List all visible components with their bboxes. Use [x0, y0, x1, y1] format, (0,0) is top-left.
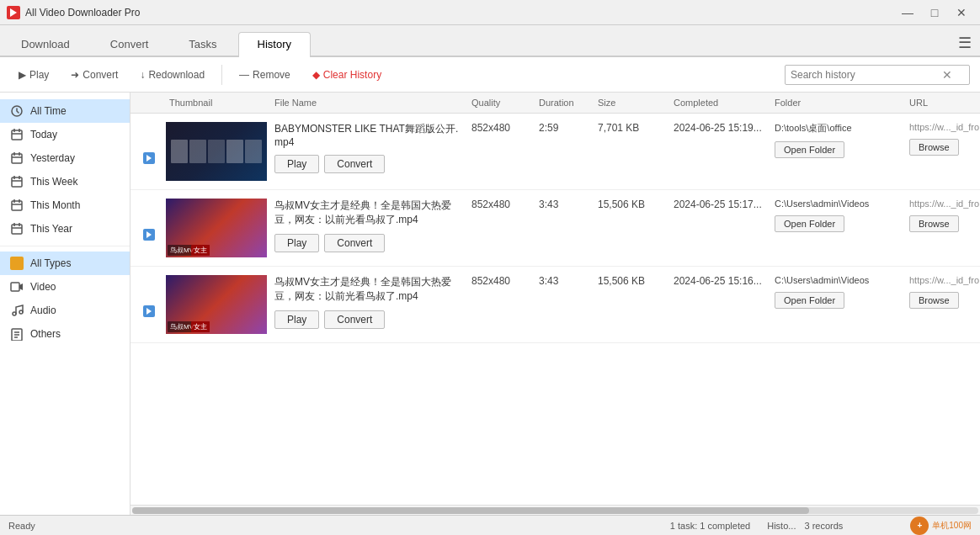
watermark-text: 单机100网	[932, 520, 972, 532]
sidebar-item-yesterday[interactable]: Yesterday	[0, 146, 130, 170]
minimize-button[interactable]: —	[896, 4, 919, 21]
row3-icon	[130, 273, 164, 317]
header-duration: Duration	[534, 98, 593, 108]
status-center: 1 task: 1 completed	[670, 521, 750, 531]
maximize-button[interactable]: □	[923, 4, 946, 21]
records-count: 3 records	[804, 521, 843, 531]
thumb-label2: 女主	[191, 321, 210, 332]
scrollbar-thumb[interactable]	[132, 507, 809, 514]
row1-open-folder-button[interactable]: Open Folder	[775, 141, 844, 158]
svg-rect-14	[12, 201, 22, 210]
tab-convert[interactable]: Convert	[91, 32, 168, 56]
rows-container: BABYMONSTER LIKE THAT舞蹈版公开.mp4 Play Conv…	[130, 114, 980, 505]
row2-quality: 852x480	[466, 197, 534, 212]
row1-folder: D:\tools\桌面\office Open Folder	[770, 120, 904, 160]
row2-folder: C:\Users\admin\Videos Open Folder	[770, 197, 904, 234]
header-size: Size	[593, 98, 668, 108]
sidebar: All Time Today Yesterday This Week This …	[0, 93, 130, 515]
play-icon: ▶	[19, 69, 26, 81]
thumbnail-image: 鸟叔MV女主 女主	[166, 199, 267, 257]
row1-filename: BABYMONSTER LIKE THAT舞蹈版公开.mp4	[274, 122, 461, 148]
row1-quality: 852x480	[466, 120, 534, 135]
toolbar: ▶ Play ➜ Convert ↓ Redownload — Remove ◆…	[0, 57, 980, 93]
row2-browse-button[interactable]: Browse	[909, 215, 959, 232]
content-area: Thumbnail File Name Quality Duration Siz…	[130, 93, 980, 515]
svg-marker-31	[146, 231, 152, 238]
play-button[interactable]: ▶ Play	[10, 66, 57, 84]
row3-play-button[interactable]: Play	[274, 310, 319, 329]
thumb-label2: 女主	[191, 245, 210, 256]
row2-filename: 鸟叔MV女主才是经典！全是韩国大热爱豆，网友：以前光看鸟叔了.mp4	[274, 199, 461, 227]
row1-browse-button[interactable]: Browse	[909, 139, 959, 156]
search-clear-button[interactable]: ✕	[942, 68, 952, 82]
horizontal-scrollbar[interactable]	[130, 505, 980, 515]
app-title: All Video Downloader Pro	[25, 7, 896, 19]
header-completed: Completed	[668, 98, 770, 108]
search-box: ✕	[785, 65, 970, 85]
toolbar-separator-1	[221, 65, 222, 85]
sidebar-item-all-time[interactable]: All Time	[0, 99, 130, 123]
sidebar-item-today[interactable]: Today	[0, 123, 130, 146]
sidebar-item-this-year[interactable]: This Year	[0, 217, 130, 241]
type-filter-section: All Types Video Audio Others	[0, 252, 130, 346]
sidebar-item-video[interactable]: Video	[0, 275, 130, 299]
title-bar: All Video Downloader Pro — □ ✕	[0, 0, 980, 25]
tab-history[interactable]: History	[238, 32, 311, 57]
sidebar-item-others[interactable]: Others	[0, 322, 130, 346]
close-button[interactable]: ✕	[950, 4, 973, 21]
tab-download[interactable]: Download	[2, 32, 89, 56]
header-folder: Folder	[770, 98, 904, 108]
sidebar-item-all-types[interactable]: All Types	[0, 252, 130, 275]
window-controls: — □ ✕	[896, 4, 973, 21]
row2-icon	[130, 197, 164, 241]
row3-actions: Play Convert	[274, 310, 461, 329]
search-input[interactable]	[791, 69, 942, 81]
row1-play-button[interactable]: Play	[274, 155, 319, 173]
row2-url: https://w..._id_from=... Browse	[904, 197, 980, 234]
table-header: Thumbnail File Name Quality Duration Siz…	[130, 93, 980, 114]
convert-button[interactable]: ➜ Convert	[62, 66, 126, 84]
row3-quality: 852x480	[466, 273, 534, 289]
row1-icon	[130, 120, 164, 164]
row3-info: 鸟叔MV女主才是经典！全是韩国大热爱豆，网友：以前光看鸟叔了.mp4 Play …	[269, 273, 466, 331]
scrollbar-track[interactable]	[132, 507, 978, 514]
thumbnail-image	[166, 122, 267, 181]
row3-size: 15,506 KB	[593, 273, 668, 289]
app-icon	[7, 6, 20, 19]
row2-convert-button[interactable]: Convert	[324, 234, 385, 252]
hamburger-button[interactable]: ☰	[958, 34, 972, 52]
svg-rect-10	[12, 177, 22, 187]
row2-play-button[interactable]: Play	[274, 234, 319, 252]
sidebar-item-this-week[interactable]: This Week	[0, 170, 130, 193]
watermark: + 单机100网	[910, 516, 972, 535]
watermark-icon: +	[910, 516, 929, 535]
row2-info: 鸟叔MV女主才是经典！全是韩国大热爱豆，网友：以前光看鸟叔了.mp4 Play …	[269, 197, 466, 254]
svg-rect-18	[12, 225, 22, 234]
tab-tasks[interactable]: Tasks	[169, 32, 236, 56]
row3-duration: 3:43	[534, 273, 593, 289]
header-filename: File Name	[269, 98, 466, 108]
video-type-icon	[143, 305, 155, 317]
clear-history-button[interactable]: ◆ Clear History	[304, 66, 390, 84]
svg-marker-30	[146, 155, 152, 162]
row3-convert-button[interactable]: Convert	[324, 310, 385, 329]
status-bar: Ready 1 task: 1 completed Histo... 3 rec…	[0, 515, 980, 535]
row2-open-folder-button[interactable]: Open Folder	[775, 215, 844, 232]
row1-actions: Play Convert	[274, 155, 461, 173]
sidebar-item-this-month[interactable]: This Month	[0, 193, 130, 217]
row1-info: BABYMONSTER LIKE THAT舞蹈版公开.mp4 Play Conv…	[269, 120, 466, 175]
row1-thumbnail	[164, 120, 269, 183]
redownload-button[interactable]: ↓ Redownload	[131, 66, 213, 84]
sidebar-divider	[0, 246, 130, 246]
sidebar-item-audio[interactable]: Audio	[0, 299, 130, 322]
row1-duration: 2:59	[534, 120, 593, 135]
row1-convert-button[interactable]: Convert	[324, 155, 385, 173]
remove-button[interactable]: — Remove	[231, 66, 299, 84]
header-quality: Quality	[466, 98, 534, 108]
main-content: All Time Today Yesterday This Week This …	[0, 93, 980, 515]
row3-open-folder-button[interactable]: Open Folder	[775, 292, 844, 309]
convert-icon: ➜	[71, 69, 79, 81]
row3-browse-button[interactable]: Browse	[909, 292, 959, 309]
table-row: BABYMONSTER LIKE THAT舞蹈版公开.mp4 Play Conv…	[130, 114, 980, 190]
svg-marker-0	[10, 8, 17, 17]
